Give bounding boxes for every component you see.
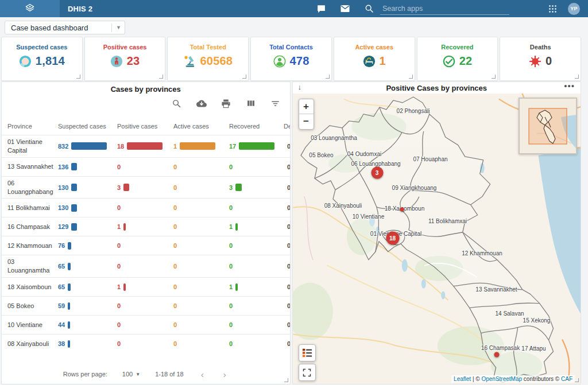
columns-icon[interactable] [246, 98, 256, 108]
case-cluster-marker[interactable]: 3 [371, 167, 383, 179]
resize-handle[interactable] [159, 75, 163, 79]
table-row: 06 Louangphabang1303030 [2, 176, 290, 199]
osm-link[interactable]: OpenStreetMap [481, 376, 522, 382]
stat-card-value: 23 [127, 55, 140, 68]
resize-handle[interactable] [409, 75, 413, 79]
column-header-positive-cases[interactable]: Positive cases [117, 123, 173, 130]
positive-bar [123, 223, 126, 231]
province-cell: 08 Xainyabouli [7, 340, 58, 348]
map-label-12-khammouan: 12 Khammouan [462, 250, 502, 256]
table-row: 08 Xainyabouli380000 [2, 334, 290, 353]
map-label-13-savannakhet: 13 Savannakhet [475, 286, 517, 293]
zoom-out-button[interactable]: − [299, 114, 314, 129]
top-navbar: DHIS 2 YP [0, 0, 588, 17]
dhis2-logo-icon [24, 3, 36, 14]
recovered-bar [235, 283, 238, 291]
prev-page-button[interactable]: ‹ [199, 370, 206, 379]
search-apps-field [380, 2, 509, 15]
pagination-range: 1-18 of 18 [155, 371, 184, 378]
stat-card-value: 0 [546, 55, 552, 68]
stat-card-value: 60568 [200, 55, 233, 68]
suspected-bar [68, 242, 71, 250]
column-header-province[interactable]: Province [7, 123, 58, 130]
print-icon[interactable] [221, 98, 231, 108]
map-title-bar: ↓ Positive Cases by provinces ••• [293, 82, 581, 94]
map-label-07-houaphan: 07 Houaphan [413, 156, 447, 162]
map-label-18-xaisomboun: 18 Xaisomboun [385, 205, 425, 212]
case-cluster-marker[interactable] [494, 352, 499, 357]
suspected-bar [71, 223, 77, 231]
province-cell: 03 Louangnamtha [7, 258, 58, 275]
case-cluster-marker[interactable]: 18 [386, 232, 399, 245]
stat-card-active-cases[interactable]: Active cases1 [334, 37, 415, 81]
column-header-suspected-cases[interactable]: Suspected cases [58, 123, 117, 130]
column-header-active-cases[interactable]: Active cases [173, 123, 229, 130]
stat-card-suspected-cases[interactable]: Suspected cases1,814 [1, 37, 83, 81]
map-canvas[interactable]: 02 Phongsali03 Louangnamtha05 Bokeo04 Ou… [293, 94, 581, 384]
download-icon[interactable] [196, 98, 207, 108]
recovered-cell: 0 [229, 204, 284, 211]
leaflet-link[interactable]: Leaflet [454, 376, 471, 382]
table-row: 18 Xaisomboun651010 [2, 277, 290, 296]
table-search-icon[interactable] [172, 98, 182, 108]
check-circle-icon [443, 55, 455, 68]
avatar[interactable]: YP [568, 3, 580, 15]
caf-link[interactable]: CAF [561, 376, 572, 382]
map-label-10-vientiane: 10 Vientiane [353, 213, 384, 220]
active-bar [180, 142, 215, 150]
positive-cell: 0 [117, 242, 173, 249]
stat-card-positive-cases[interactable]: Positive cases23 [84, 37, 166, 81]
deaths-cell: 0 [284, 242, 290, 249]
stat-card-title: Total Contacts [251, 44, 331, 50]
resize-handle[interactable] [326, 75, 330, 79]
recovered-cell: 0 [229, 340, 284, 347]
stat-card-value: 1 [380, 55, 386, 68]
legend-button[interactable] [299, 344, 316, 361]
rows-per-page-select[interactable]: 100 ▼ [122, 371, 140, 378]
active-cell: 0 [173, 242, 229, 249]
fullscreen-button[interactable] [299, 364, 316, 381]
map-label-15-xekong: 15 Xekong [523, 317, 551, 324]
microscope-icon [183, 55, 196, 68]
suspected-ring-icon [19, 55, 32, 68]
resize-handle[interactable] [76, 75, 80, 79]
positive-bar [127, 142, 163, 150]
dashboard-selector-label: Case based dashboard [11, 24, 103, 32]
positive-cell: 1 [117, 283, 173, 291]
search-input[interactable] [380, 3, 509, 14]
overview-minimap[interactable] [519, 98, 577, 154]
virus-icon [529, 55, 541, 68]
next-page-button[interactable]: › [221, 370, 229, 379]
messages-icon[interactable] [314, 1, 328, 16]
column-header-recovered[interactable]: Recovered [229, 123, 284, 130]
active-cell: 0 [173, 263, 229, 270]
stat-card-total-contacts[interactable]: Total Contacts478 [250, 37, 332, 81]
dashboard-selector[interactable]: Case based dashboard ▼ [5, 21, 125, 34]
case-cluster-marker[interactable] [400, 208, 404, 212]
download-arrow-icon[interactable]: ↓ [298, 83, 302, 91]
suspected-bar [71, 142, 107, 150]
map-label-08-xainyabouli: 08 Xainyabouli [324, 203, 362, 209]
column-header-deaths[interactable]: Deaths [284, 123, 290, 130]
stat-card-recovered[interactable]: Recovered22 [417, 37, 498, 81]
resize-handle[interactable] [575, 75, 579, 79]
resize-handle[interactable] [284, 378, 288, 382]
stat-card-deaths[interactable]: Deaths0 [500, 37, 581, 81]
active-cell: 0 [173, 321, 229, 328]
resize-handle[interactable] [492, 75, 496, 79]
resize-handle[interactable] [575, 378, 579, 382]
filter-icon[interactable] [270, 98, 281, 108]
cases-table: ProvinceSuspected casesPositive casesAct… [2, 116, 290, 364]
mail-icon[interactable] [338, 1, 353, 16]
suspected-cell: 130 [58, 204, 117, 212]
apps-grid-icon[interactable] [545, 1, 560, 16]
resize-handle[interactable] [242, 75, 246, 79]
suspected-cell: 65 [58, 283, 117, 291]
dhis2-logo[interactable] [0, 0, 60, 17]
zoom-in-button[interactable]: + [299, 99, 314, 114]
deaths-cell: 0 [284, 204, 290, 211]
recovered-cell: 0 [229, 263, 284, 270]
stat-card-title: Recovered [417, 44, 498, 50]
stat-card-total-tested[interactable]: Total Tested60568 [167, 37, 249, 81]
more-options-icon[interactable]: ••• [564, 81, 575, 91]
